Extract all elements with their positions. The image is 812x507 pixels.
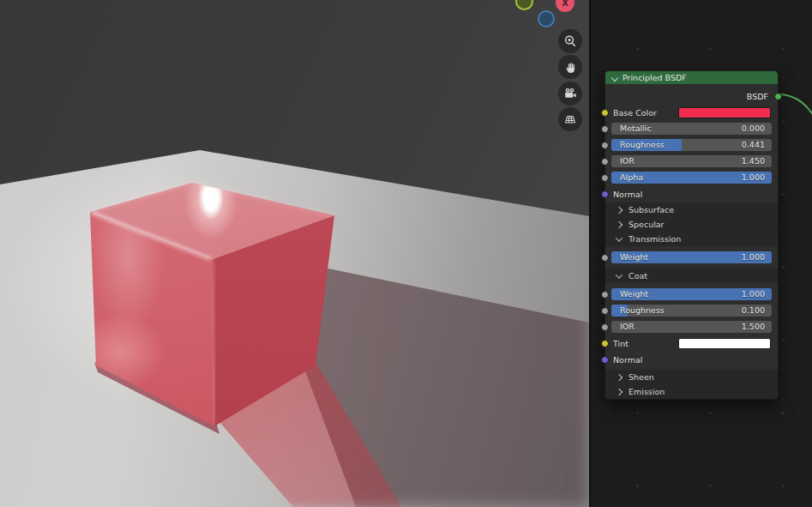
roughness-input-socket[interactable] (601, 142, 609, 149)
coat-roughness-input-socket[interactable] (601, 307, 609, 315)
transmission-weight-label: Weight (620, 251, 648, 263)
roughness-slider[interactable]: Roughness 0.441 (611, 139, 772, 151)
node-header[interactable]: Principled BSDF (605, 71, 778, 84)
zoom-button[interactable] (558, 29, 582, 53)
node-title: Principled BSDF (623, 73, 687, 82)
chevron-right-icon (616, 373, 623, 380)
chevron-down-icon (616, 271, 623, 278)
blender-window: X (0, 0, 812, 507)
cube-object[interactable] (0, 0, 589, 507)
roughness-row: Roughness 0.441 (611, 139, 772, 151)
coat-tint-label: Tint (611, 339, 629, 348)
coat-ior-slider[interactable]: IOR 1.500 (611, 321, 772, 333)
gizmo-z-axis-ball[interactable] (538, 10, 555, 27)
ior-label: IOR (620, 155, 635, 167)
roughness-value: 0.441 (742, 139, 765, 151)
coat-roughness-slider[interactable]: Roughness 0.100 (611, 305, 772, 317)
coat-label: Coat (629, 271, 647, 281)
coat-ior-value: 1.500 (742, 321, 765, 333)
alpha-slider[interactable]: Alpha 1.000 (611, 172, 772, 184)
alpha-value: 1.000 (742, 172, 765, 184)
coat-ior-label: IOR (620, 321, 635, 333)
alpha-input-socket[interactable] (601, 174, 609, 182)
alpha-label: Alpha (620, 172, 643, 184)
coat-panel-header[interactable]: Coat (611, 269, 772, 283)
specular-label: Specular (629, 220, 665, 229)
transmission-panel-header[interactable]: Transmission (611, 232, 772, 246)
coat-roughness-value: 0.100 (742, 305, 765, 317)
bsdf-output-row: BSDF (611, 90, 772, 102)
coat-weight-slider[interactable]: Weight 1.000 (611, 288, 772, 300)
principled-bsdf-node[interactable]: Principled BSDF BSDF Base Color Metal (604, 70, 779, 400)
emission-panel-header[interactable]: Emission (611, 384, 772, 399)
coat-weight-value: 1.000 (742, 288, 765, 300)
cube-edge-highlights (0, 0, 589, 507)
pan-hand-icon (564, 61, 577, 74)
emission-label: Emission (629, 387, 665, 396)
base-color-row: Base Color (611, 106, 772, 118)
metallic-slider[interactable]: Metallic 0.000 (611, 123, 772, 135)
bsdf-output-socket[interactable] (774, 93, 782, 100)
panel-band: Coat (605, 269, 778, 283)
sheen-label: Sheen (629, 372, 654, 382)
ior-input-socket[interactable] (601, 158, 609, 166)
coat-weight-input-socket[interactable] (601, 291, 609, 299)
transmission-weight-input-socket[interactable] (601, 254, 609, 262)
chevron-right-icon (616, 206, 623, 213)
shader-node-editor[interactable]: Principled BSDF BSDF Base Color Metal (589, 0, 812, 507)
camera-view-button[interactable] (558, 81, 582, 106)
panel-band: Subsurface Specular Transmission (605, 202, 778, 246)
coat-roughness-label: Roughness (620, 305, 665, 317)
collapse-chevron-icon[interactable] (611, 74, 618, 81)
ior-slider[interactable]: IOR 1.450 (611, 155, 772, 167)
coat-weight-row: Weight 1.000 (611, 288, 772, 300)
normal-label: Normal (611, 190, 642, 199)
transmission-label: Transmission (629, 234, 681, 244)
metallic-value: 0.000 (742, 123, 765, 135)
normal-row: Normal (611, 188, 772, 200)
panel-band: Sheen Emission (605, 370, 778, 399)
pan-button[interactable] (558, 55, 582, 79)
node-body: BSDF Base Color Metallic 0.000 (605, 84, 778, 399)
ior-value: 1.450 (742, 155, 765, 167)
coat-ior-row: IOR 1.500 (611, 321, 772, 333)
coat-normal-label: Normal (611, 355, 642, 365)
transmission-weight-row: Weight 1.000 (611, 251, 772, 263)
base-color-label: Base Color (611, 108, 657, 118)
chevron-down-icon (616, 234, 623, 241)
3d-viewport[interactable]: X (0, 0, 589, 507)
transmission-weight-value: 1.000 (742, 251, 765, 263)
transmission-weight-slider[interactable]: Weight 1.000 (611, 251, 772, 263)
camera-view-icon (563, 87, 577, 100)
coat-normal-row: Normal (611, 353, 772, 365)
coat-ior-input-socket[interactable] (601, 323, 609, 331)
orthographic-toggle-button[interactable] (558, 107, 582, 131)
coat-weight-label: Weight (620, 288, 648, 300)
coat-tint-swatch[interactable] (678, 338, 771, 349)
coat-tint-row: Tint (611, 337, 772, 349)
metallic-row: Metallic 0.000 (611, 123, 772, 135)
base-color-input-socket[interactable] (601, 109, 609, 117)
subsurface-panel-header[interactable]: Subsurface (611, 202, 772, 217)
coat-tint-input-socket[interactable] (601, 340, 609, 347)
chevron-right-icon (616, 388, 623, 395)
bsdf-output-label: BSDF (747, 92, 772, 101)
coat-roughness-row: Roughness 0.100 (611, 305, 772, 317)
gizmo-x-label: X (562, 0, 568, 8)
ior-row: IOR 1.450 (611, 155, 772, 167)
sheen-panel-header[interactable]: Sheen (611, 370, 772, 384)
normal-input-socket[interactable] (601, 190, 609, 198)
subsurface-label: Subsurface (629, 205, 674, 214)
alpha-row: Alpha 1.000 (611, 172, 772, 184)
metallic-input-socket[interactable] (601, 125, 609, 133)
specular-panel-header[interactable]: Specular (611, 217, 772, 232)
chevron-right-icon (616, 220, 623, 227)
metallic-label: Metallic (620, 123, 652, 135)
roughness-label: Roughness (620, 139, 665, 151)
orthographic-grid-icon (563, 112, 577, 126)
base-color-swatch[interactable] (678, 107, 771, 118)
zoom-icon (563, 34, 577, 48)
coat-normal-input-socket[interactable] (601, 356, 609, 364)
